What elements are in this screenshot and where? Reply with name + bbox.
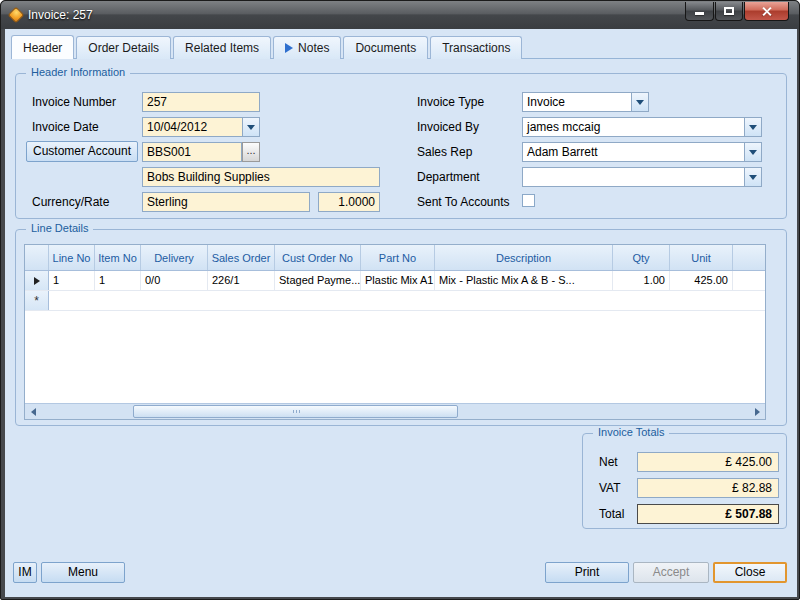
group-title: Header Information <box>26 66 130 78</box>
customer-account-browse-button[interactable]: ... <box>242 142 260 162</box>
scroll-right-icon <box>755 408 760 416</box>
row-indicator: * <box>25 291 49 310</box>
new-row-icon: * <box>34 296 39 306</box>
sales-rep-field[interactable]: Adam Barrett <box>522 142 762 162</box>
cell-part-no[interactable]: Plastic Mix A1 <box>361 271 435 290</box>
rate-field[interactable]: 1.0000 <box>318 192 380 212</box>
window-title: Invoice: 257 <box>28 8 93 22</box>
column-header[interactable]: Description <box>435 245 613 270</box>
scroll-right-button[interactable] <box>749 404 765 419</box>
cell-description[interactable]: Mix - Plastic Mix A & B - S... <box>435 271 613 290</box>
title-bar[interactable]: Invoice: 257 <box>1 1 799 29</box>
line-details-group: Line Details Line No Item No Delivery Sa… <box>15 229 787 426</box>
total-label: Total <box>599 507 624 521</box>
invoice-window: Invoice: 257 Header Order Details Relate… <box>0 0 800 600</box>
scrollbar-track[interactable] <box>41 404 749 419</box>
table-row[interactable]: 1 1 0/0 226/1 Staged Payme... Plastic Mi… <box>25 271 765 291</box>
minimize-button[interactable] <box>685 2 714 21</box>
column-header[interactable]: Cust Order No <box>275 245 361 270</box>
column-header[interactable]: Part No <box>361 245 435 270</box>
maximize-button[interactable] <box>715 2 743 21</box>
cell-sales-order[interactable]: 226/1 <box>208 271 275 290</box>
cell-item-no[interactable]: 1 <box>95 271 141 290</box>
tab-strip: Header Order Details Related Items Notes… <box>11 35 791 59</box>
department-label: Department <box>417 170 480 184</box>
vat-field: £ 82.88 <box>637 478 779 498</box>
invoice-date-label: Invoice Date <box>32 120 99 134</box>
invoice-type-field[interactable]: Invoice <box>522 92 649 112</box>
scroll-left-icon <box>31 408 36 416</box>
column-header[interactable]: Sales Order <box>208 245 275 270</box>
department-dropdown-button[interactable] <box>744 168 761 186</box>
horizontal-scrollbar[interactable] <box>25 403 765 419</box>
current-row-icon <box>34 277 40 285</box>
column-header[interactable]: Qty <box>613 245 670 270</box>
im-button[interactable]: IM <box>13 562 37 583</box>
tab-notes[interactable]: Notes <box>273 36 341 59</box>
invoiced-by-label: Invoiced By <box>417 120 479 134</box>
sales-rep-value: Adam Barrett <box>523 143 744 161</box>
tab-label: Related Items <box>185 41 259 55</box>
scrollbar-thumb[interactable] <box>133 405 458 418</box>
currency-rate-label: Currency/Rate <box>32 195 109 209</box>
customer-name-field: Bobs Building Supplies <box>142 167 380 187</box>
window-controls <box>684 2 789 21</box>
column-header[interactable]: Item No <box>95 245 141 270</box>
chevron-down-icon <box>749 125 757 130</box>
invoice-date-dropdown-button[interactable] <box>242 118 259 136</box>
sales-rep-dropdown-button[interactable] <box>744 143 761 161</box>
scroll-left-button[interactable] <box>25 404 41 419</box>
close-button[interactable]: Close <box>713 562 787 583</box>
row-indicator <box>25 271 49 290</box>
currency-field[interactable]: Sterling <box>142 192 310 212</box>
invoice-number-label: Invoice Number <box>32 95 116 109</box>
tab-label: Transactions <box>442 41 510 55</box>
group-title: Invoice Totals <box>593 426 669 438</box>
tab-label: Header <box>23 41 62 55</box>
department-value <box>523 168 744 186</box>
cell-cust-order-no[interactable]: Staged Payme... <box>275 271 361 290</box>
print-button[interactable]: Print <box>545 562 629 583</box>
close-window-button[interactable] <box>744 2 789 21</box>
invoice-type-dropdown-button[interactable] <box>631 93 648 111</box>
line-items-grid: Line No Item No Delivery Sales Order Cus… <box>24 244 766 420</box>
maximize-icon <box>724 7 734 15</box>
sales-rep-label: Sales Rep <box>417 145 472 159</box>
column-header[interactable]: Line No <box>49 245 95 270</box>
cell-filler <box>49 291 765 310</box>
invoice-date-field[interactable]: 10/04/2012 <box>142 117 260 137</box>
grid-header-row: Line No Item No Delivery Sales Order Cus… <box>25 245 765 271</box>
client-area: Header Order Details Related Items Notes… <box>5 29 797 597</box>
group-title: Line Details <box>26 222 93 234</box>
department-field[interactable] <box>522 167 762 187</box>
tab-order-details[interactable]: Order Details <box>76 36 171 59</box>
cell-line-no[interactable]: 1 <box>49 271 95 290</box>
sent-to-accounts-checkbox[interactable] <box>522 194 535 207</box>
tab-transactions[interactable]: Transactions <box>430 36 522 59</box>
close-icon <box>761 6 772 17</box>
customer-account-field[interactable]: BBS001 <box>142 142 242 162</box>
cell-unit[interactable]: 425.00 <box>670 271 733 290</box>
net-field: £ 425.00 <box>637 452 779 472</box>
column-header[interactable]: Delivery <box>141 245 208 270</box>
customer-account-button[interactable]: Customer Account <box>26 141 138 162</box>
invoiced-by-value: james mccaig <box>523 118 744 136</box>
cell-delivery[interactable]: 0/0 <box>141 271 208 290</box>
new-row[interactable]: * <box>25 291 765 311</box>
tab-related-items[interactable]: Related Items <box>173 36 271 59</box>
menu-button[interactable]: Menu <box>41 562 125 583</box>
accept-button[interactable]: Accept <box>633 562 709 583</box>
chevron-down-icon <box>749 150 757 155</box>
row-indicator-header <box>25 245 49 270</box>
invoice-type-value: Invoice <box>523 93 631 111</box>
tab-documents[interactable]: Documents <box>343 36 428 59</box>
invoiced-by-field[interactable]: james mccaig <box>522 117 762 137</box>
cell-filler <box>733 271 765 290</box>
invoiced-by-dropdown-button[interactable] <box>744 118 761 136</box>
minimize-icon <box>695 12 704 15</box>
invoice-number-field[interactable]: 257 <box>142 92 260 112</box>
column-header[interactable]: Unit <box>670 245 733 270</box>
vat-label: VAT <box>599 481 621 495</box>
cell-qty[interactable]: 1.00 <box>613 271 670 290</box>
tab-header[interactable]: Header <box>11 35 74 59</box>
